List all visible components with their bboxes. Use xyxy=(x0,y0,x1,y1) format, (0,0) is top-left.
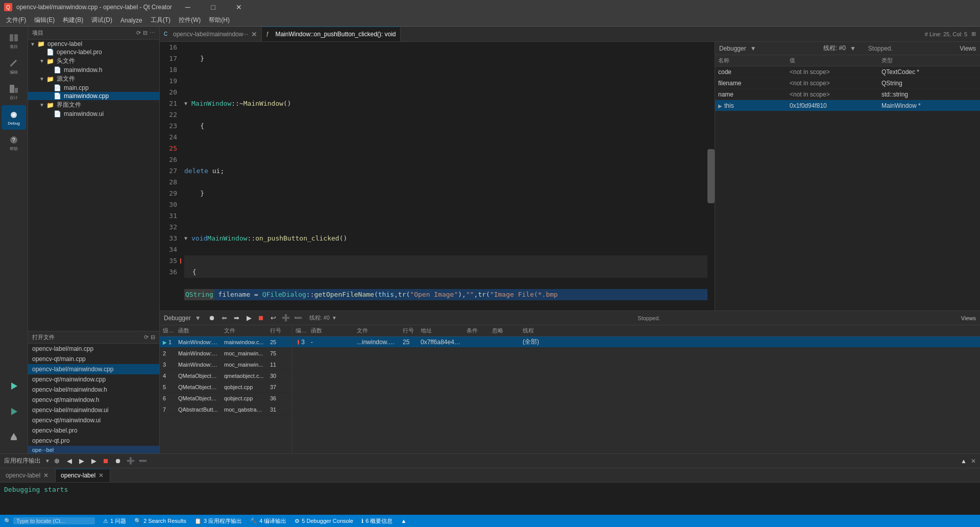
output-stop[interactable]: ⏹ xyxy=(101,456,111,466)
tab-mainwindow-close[interactable]: ✕ xyxy=(251,30,257,38)
dbg-row-name[interactable]: name <not in scope> std::string xyxy=(715,89,980,100)
tree-root[interactable]: ▼ 📁 opencv-label xyxy=(28,40,159,48)
of-item-5[interactable]: opencv-qt/mainwindow.h xyxy=(28,395,159,405)
minimize-button[interactable]: ─ xyxy=(176,0,200,14)
sidebar-btn-design[interactable]: 设计 xyxy=(2,80,26,104)
tree-ui-folder[interactable]: ▼ 📁 界面文件 xyxy=(28,100,159,110)
output-tab-1-close[interactable]: ✕ xyxy=(42,472,50,479)
cs-row-6[interactable]: 6 QMetaObject::... qobject.cpp 36 xyxy=(160,393,292,404)
status-search-results[interactable]: 🔍 2 Search Results xyxy=(134,518,186,524)
of-item-9[interactable]: opencv-qt.pro xyxy=(28,436,159,446)
of-close-icon[interactable]: ⟳ xyxy=(144,334,149,341)
tree-mainwindow-cpp[interactable]: 📄 mainwindow.cpp xyxy=(28,92,159,100)
of-item-1[interactable]: opencv-qt/main.cpp xyxy=(28,354,159,364)
sidebar-btn-project[interactable]: 项目 xyxy=(2,29,26,53)
tab-function[interactable]: ƒ MainWindow::on_pushButton_clicked(): v… xyxy=(262,27,400,42)
of-item-8[interactable]: opencv-label.pro xyxy=(28,425,159,436)
thread-dropdown[interactable]: ▼ xyxy=(850,45,856,52)
code-content[interactable]: } ▼MainWindow::~MainWindow() { delete ui… xyxy=(180,42,707,310)
status-compile[interactable]: 🔨 4 编译输出 xyxy=(250,517,286,525)
tree-mainwindow-h[interactable]: 📄 mainwindow.h xyxy=(28,66,159,74)
output-dropdown[interactable]: ▼ xyxy=(45,458,50,464)
views-btn[interactable]: Views xyxy=(961,315,976,321)
cs-row-2[interactable]: 2 MainWindow::... moc_mainwin... 75 xyxy=(160,348,292,359)
dbg-tool-remove[interactable]: ➖ xyxy=(293,313,303,323)
dbg-tool-restart[interactable]: ↩ xyxy=(268,313,279,323)
dbg-tool-step-into[interactable]: ➡ xyxy=(232,313,242,323)
dbg-row-this[interactable]: ▶this 0x1f0d94f810 MainWindow * xyxy=(715,100,980,111)
tab-mainwindow[interactable]: C opencv-label/mainwindow··· ✕ xyxy=(160,27,262,42)
output-tab-1[interactable]: opencv-label ✕ xyxy=(0,469,55,482)
dots-icon[interactable]: ⋯ xyxy=(150,30,155,36)
sidebar-btn-build2[interactable] xyxy=(2,425,26,449)
status-summary[interactable]: ℹ 6 概要信息 xyxy=(361,517,393,525)
fold-24[interactable]: ▼ xyxy=(184,233,190,244)
maximize-button[interactable]: □ xyxy=(202,0,225,14)
cs-row-1[interactable]: ▶ 1 MainWindow::... mainwindow.c... 25 xyxy=(160,337,292,348)
bp-row-1[interactable]: 3 - ...inwindow.cpp 25 0x7ff6a84e49bc (全… xyxy=(292,337,980,348)
dbg-tool-record[interactable]: ⏺ xyxy=(207,313,217,323)
thread-selector-dropdown[interactable]: ▼ xyxy=(332,315,337,321)
dbg-dropdown-icon[interactable]: ▼ xyxy=(195,315,201,322)
dbg-row-code[interactable]: code <not in scope> QTextCodec * xyxy=(715,66,980,78)
of-expand-icon[interactable]: ⊟ xyxy=(151,334,155,341)
menu-debug[interactable]: 调试(D) xyxy=(87,15,116,26)
output-minus[interactable]: ➖ xyxy=(138,456,148,466)
cs-row-7[interactable]: 7 QAbstractButt... moc_qabstrac... 31 xyxy=(160,404,292,415)
output-collapse-icon[interactable]: ▲ xyxy=(961,458,967,465)
dbg-tool-stop[interactable]: ⏹ xyxy=(256,313,266,323)
debugger-dropdown-icon[interactable]: ▼ xyxy=(750,45,756,52)
output-plus[interactable]: ➕ xyxy=(126,456,136,466)
status-search[interactable]: 🔍 xyxy=(4,517,95,524)
sidebar-btn-edit[interactable]: 编辑 xyxy=(2,54,26,79)
of-item-3[interactable]: opencv-qt/mainwindow.cpp xyxy=(28,374,159,385)
tree-pro[interactable]: 📄 opencv-label.pro xyxy=(28,48,159,56)
sidebar-btn-debug-run[interactable] xyxy=(2,399,26,424)
cs-row-3[interactable]: 3 MainWindow::... moc_mainwin... 11 xyxy=(160,359,292,370)
tree-main-cpp[interactable]: 📄 main.cpp xyxy=(28,84,159,92)
output-prev[interactable]: ◀ xyxy=(64,456,75,466)
output-close-icon[interactable]: ✕ xyxy=(971,458,976,465)
menu-analyze[interactable]: Analyze xyxy=(116,16,146,25)
fold-18[interactable]: ▼ xyxy=(184,98,190,109)
dbg-tool-step-over[interactable]: ⬅ xyxy=(219,313,230,323)
filter-icon[interactable]: ⊟ xyxy=(143,30,148,36)
output-run[interactable]: ▶ xyxy=(89,456,99,466)
code-scrollbar[interactable] xyxy=(707,42,715,310)
dbg-tool-continue[interactable]: ▶ xyxy=(244,313,254,323)
status-app-output[interactable]: 📋 3 应用程序输出 xyxy=(194,517,242,525)
output-tab-2[interactable]: opencv-label ✕ xyxy=(55,469,110,482)
of-item-4[interactable]: opencv-label/mainwindow.h xyxy=(28,385,159,395)
tree-sources-folder[interactable]: ▼ 📁 源文件 xyxy=(28,74,159,84)
of-item-7[interactable]: opencv-qt/mainwindow.ui xyxy=(28,415,159,425)
close-button[interactable]: ✕ xyxy=(227,0,251,14)
of-item-2[interactable]: opencv-label/mainwindow.cpp xyxy=(28,364,159,374)
dbg-row-filename[interactable]: filename <not in scope> QString xyxy=(715,78,980,89)
of-item-0[interactable]: opencv-label/main.cpp xyxy=(28,344,159,354)
output-add[interactable]: ⊕ xyxy=(52,456,62,466)
menu-controls[interactable]: 控件(W) xyxy=(175,15,205,26)
menu-help[interactable]: 帮助(H) xyxy=(205,15,234,26)
menu-tools[interactable]: 工具(T) xyxy=(146,15,175,26)
output-tab-2-close[interactable]: ✕ xyxy=(97,472,105,479)
menu-build[interactable]: 构建(B) xyxy=(59,15,87,26)
sync-icon[interactable]: ⟳ xyxy=(136,30,141,36)
cs-row-5[interactable]: 5 QMetaObject::... qobject.cpp 37 xyxy=(160,381,292,393)
output-next[interactable]: ▶ xyxy=(77,456,87,466)
output-record[interactable]: ⏺ xyxy=(113,456,124,466)
dbg-tool-add[interactable]: ➕ xyxy=(281,313,291,323)
sidebar-btn-debug[interactable]: Debug xyxy=(2,105,26,130)
expand-this-icon[interactable]: ▶ xyxy=(718,103,722,109)
cs-row-4[interactable]: 4 QMetaObject::... qmetaobject.c... 30 xyxy=(160,370,292,381)
sidebar-btn-help[interactable]: ? 帮助 xyxy=(2,131,26,155)
status-debugger-console[interactable]: ⚙ 5 Debugger Console xyxy=(295,518,353,524)
sidebar-btn-run[interactable] xyxy=(2,374,26,398)
tree-mainwindow-ui[interactable]: 📄 mainwindow.ui xyxy=(28,110,159,118)
tree-headers-folder[interactable]: ▼ 📁 头文件 xyxy=(28,56,159,66)
status-more[interactable]: ▲ xyxy=(401,518,406,524)
of-item-6[interactable]: opencv-label/mainwindow.ui xyxy=(28,405,159,415)
search-input[interactable] xyxy=(13,517,95,524)
menu-file[interactable]: 文件(F) xyxy=(2,15,30,26)
tab-split-icon[interactable]: ⊞ xyxy=(971,31,976,37)
menu-edit[interactable]: 编辑(E) xyxy=(30,15,59,26)
